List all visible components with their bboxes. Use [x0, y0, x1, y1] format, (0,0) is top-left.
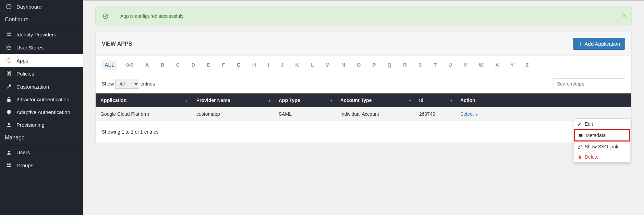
- col-id[interactable]: Id♦: [414, 93, 455, 107]
- trash-icon: [578, 155, 582, 159]
- filter-chip-w[interactable]: W: [476, 60, 486, 70]
- close-icon[interactable]: ×: [622, 11, 627, 20]
- svg-rect-9: [580, 134, 583, 135]
- filter-chip-e[interactable]: E: [204, 60, 213, 70]
- svg-rect-11: [580, 135, 583, 136]
- col-application[interactable]: Application▲: [96, 93, 192, 107]
- filter-chip-z[interactable]: Z: [523, 60, 531, 70]
- sidebar-item-groups[interactable]: Groups: [0, 159, 83, 172]
- svg-point-7: [103, 14, 108, 19]
- search-input[interactable]: [553, 78, 625, 89]
- action-select-link[interactable]: Select ▼: [460, 111, 478, 117]
- col-account[interactable]: Account Type♦: [336, 93, 414, 107]
- entries-label: entries: [141, 81, 155, 87]
- filter-chip-b[interactable]: B: [158, 60, 167, 70]
- dropdown-label: Metadata: [586, 133, 606, 138]
- page-title: VIEW APPS: [102, 41, 132, 47]
- sidebar-item-user-stores[interactable]: User Stores: [0, 41, 83, 54]
- user-icon: [5, 122, 13, 128]
- dropdown-item-edit[interactable]: Edit: [574, 119, 630, 129]
- filter-chip-n[interactable]: N: [339, 60, 348, 70]
- sidebar-section-configure: Configure: [0, 13, 83, 26]
- cell-apptype: SAML: [274, 107, 336, 121]
- filter-chip-o[interactable]: O: [354, 60, 364, 70]
- svg-rect-13: [580, 136, 583, 137]
- filter-chip-j[interactable]: J: [278, 60, 286, 70]
- table-controls: Show All entries: [96, 74, 631, 93]
- svg-point-1: [7, 45, 11, 47]
- edit-icon: [578, 122, 582, 126]
- filter-chip-x[interactable]: X: [493, 60, 501, 70]
- check-circle-icon: [102, 13, 109, 19]
- sidebar-item-identity-providers[interactable]: Identity Providers: [0, 28, 83, 41]
- sort-icon: ♦: [269, 99, 270, 102]
- svg-point-5: [7, 163, 9, 165]
- policy-icon: [5, 70, 13, 77]
- sidebar-item-apps[interactable]: Apps: [0, 54, 83, 67]
- filter-chip-a[interactable]: A: [143, 60, 152, 70]
- filter-chip-all[interactable]: ALL: [102, 60, 117, 70]
- sidebar-label: 2-Factor Authentication: [16, 97, 69, 102]
- sidebar-label: Policies: [16, 71, 34, 77]
- dashboard-icon: [5, 3, 13, 10]
- filter-chip-l[interactable]: L: [308, 60, 316, 70]
- filter-chip-t[interactable]: T: [431, 60, 439, 70]
- sidebar-label: Users: [16, 149, 30, 155]
- sidebar-item-customization[interactable]: Customization: [0, 80, 83, 93]
- dropdown-item-metadata[interactable]: Metadata: [574, 129, 630, 142]
- svg-point-6: [9, 163, 11, 165]
- success-alert: App is configured successfuly. ×: [95, 7, 632, 25]
- filter-chip-y[interactable]: Y: [508, 60, 517, 70]
- sidebar-item-dashboard[interactable]: Dashboard: [0, 0, 83, 13]
- filter-chip-q[interactable]: Q: [385, 60, 394, 70]
- lock-icon: [5, 97, 13, 102]
- cell-application: Google Cloud Platform: [96, 107, 192, 121]
- sort-icon: ♦: [450, 99, 452, 102]
- sidebar-label: Customization: [16, 84, 49, 90]
- add-application-button[interactable]: Add Application: [573, 38, 625, 50]
- filter-chip-g[interactable]: G: [234, 60, 243, 70]
- filter-chip-m[interactable]: M: [323, 60, 332, 70]
- user-icon: [5, 150, 13, 155]
- sidebar-item-two-factor[interactable]: 2-Factor Authentication: [0, 93, 83, 106]
- col-action: Action: [455, 93, 631, 107]
- filter-chip-f[interactable]: F: [219, 60, 228, 70]
- sort-asc-icon: ▲: [185, 99, 188, 102]
- cube-icon: [5, 57, 13, 64]
- svg-point-3: [8, 123, 10, 125]
- filter-chip-p[interactable]: P: [369, 60, 378, 70]
- sidebar-label: Apps: [16, 58, 28, 64]
- dropdown-label: Show SSO Link: [585, 144, 618, 149]
- cell-provider: customapp: [192, 107, 274, 121]
- plus-icon: [578, 42, 583, 46]
- filter-chip-s[interactable]: S: [416, 60, 425, 70]
- wrench-icon: [5, 83, 13, 90]
- filter-chip-k[interactable]: K: [292, 60, 302, 70]
- alpha-filter-row: ALL0-9ABCDEFGHIJKLMNOPQRSTUVWXYZ: [96, 56, 631, 74]
- filter-chip-r[interactable]: R: [400, 60, 410, 70]
- sidebar-item-policies[interactable]: Policies: [0, 67, 83, 80]
- dropdown-item-delete[interactable]: Delete: [574, 152, 630, 162]
- col-provider[interactable]: Provider Name♦: [192, 93, 274, 107]
- table-footer: Showing 1 to 1 of 1 entries First Previo…: [96, 121, 631, 143]
- filter-chip-h[interactable]: H: [250, 60, 259, 70]
- sidebar: Dashboard Configure Identity Providers U…: [0, 0, 83, 215]
- dropdown-item-sso-link[interactable]: Show SSO Link: [574, 142, 630, 152]
- sort-icon: ♦: [409, 99, 411, 102]
- sidebar-divider: [3, 145, 80, 145]
- filter-chip-u[interactable]: U: [446, 60, 455, 70]
- filter-chip-0-9[interactable]: 0-9: [123, 60, 136, 70]
- filter-chip-v[interactable]: V: [461, 60, 470, 70]
- sidebar-item-adaptive-auth[interactable]: Adaptive Authentication: [0, 106, 83, 118]
- sidebar-item-users[interactable]: Users: [0, 146, 83, 159]
- table-info: Showing 1 to 1 of 1 entries: [102, 129, 159, 135]
- entries-select[interactable]: All: [115, 79, 139, 89]
- swap-icon: [5, 31, 13, 37]
- sidebar-item-provisioning[interactable]: Provisioning: [0, 118, 83, 131]
- svg-rect-10: [579, 135, 580, 136]
- col-apptype[interactable]: App Type♦: [274, 93, 336, 107]
- filter-chip-d[interactable]: D: [189, 60, 198, 70]
- filter-chip-c[interactable]: C: [173, 60, 183, 70]
- filter-chip-i[interactable]: I: [265, 60, 272, 70]
- svg-point-4: [8, 150, 10, 152]
